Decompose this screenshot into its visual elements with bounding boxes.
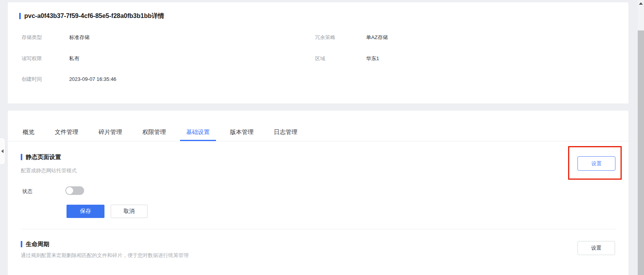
field-region: 区域 华东1 — [315, 55, 379, 61]
lifecycle-section-description: 通过规则配置来定期删除相匹配的文件和碎片，便于您对数据进行统筹管理 — [21, 252, 189, 258]
toggle-knob — [66, 187, 73, 194]
field-label: 创建时间 — [22, 76, 68, 82]
tab-permission-management[interactable]: 权限管理 — [136, 129, 172, 141]
field-label: 读写权限 — [22, 55, 68, 61]
tab-file-management[interactable]: 文件管理 — [49, 129, 85, 141]
field-value: 标准存储 — [69, 34, 90, 40]
triangle-up-icon — [639, 2, 643, 5]
section-divider — [21, 229, 615, 229]
tab-version-management[interactable]: 版本管理 — [224, 129, 260, 141]
field-storage-type: 存储类型 标准存储 — [22, 34, 90, 40]
field-value: 单AZ存储 — [366, 34, 388, 40]
static-page-section-header: 静态页面设置 — [21, 154, 61, 160]
tab-overview[interactable]: 概览 — [16, 129, 41, 141]
vertical-scrollbar[interactable] — [638, 0, 644, 275]
chevron-left-icon — [1, 149, 4, 153]
section-accent-bar — [21, 154, 22, 160]
lifecycle-section-title: 生命周期 — [26, 241, 49, 247]
section-accent-bar — [21, 241, 22, 247]
field-label: 存储类型 — [22, 34, 68, 40]
sidebar-collapse-handle[interactable] — [0, 138, 5, 165]
tab-bar: 概览 文件管理 碎片管理 权限管理 基础设置 版本管理 日志管理 — [8, 111, 628, 141]
field-label: 冗余策略 — [315, 34, 365, 40]
field-label: 区域 — [315, 55, 365, 61]
status-label: 状态 — [22, 188, 32, 195]
field-creation-time: 创建时间 2023-09-07 16:35:46 — [22, 76, 116, 82]
lifecycle-settings-button[interactable]: 设置 — [577, 241, 615, 255]
field-rw-permission: 读写权限 私有 — [22, 55, 79, 61]
detail-card-title-row: pvc-a0f43b37-7f59-4cf6-85e5-f28a0fb3b1bb… — [19, 12, 164, 20]
save-button[interactable]: 保存 — [67, 205, 104, 218]
status-toggle[interactable] — [65, 186, 84, 195]
field-value: 华东1 — [366, 55, 379, 61]
field-value: 私有 — [69, 55, 79, 61]
settings-card: 概览 文件管理 碎片管理 权限管理 基础设置 版本管理 日志管理 静态页面设置 … — [8, 111, 628, 275]
static-page-settings-button[interactable]: 设置 — [577, 156, 615, 171]
page-title: pvc-a0f43b37-7f59-4cf6-85e5-f28a0fb3b1bb… — [24, 12, 164, 20]
static-page-section-description: 配置成静态网站托管模式 — [21, 168, 77, 173]
scrollbar-thumb[interactable] — [638, 30, 644, 275]
field-value: 2023-09-07 16:35:46 — [69, 76, 117, 82]
tab-basic-settings[interactable]: 基础设置 — [180, 129, 216, 141]
bucket-detail-card: pvc-a0f43b37-7f59-4cf6-85e5-f28a0fb3b1bb… — [8, 2, 628, 104]
cancel-button[interactable]: 取消 — [111, 205, 148, 218]
title-accent-bar — [19, 13, 21, 19]
lifecycle-section-header: 生命周期 — [21, 241, 49, 247]
static-page-section-title: 静态页面设置 — [26, 154, 61, 160]
tab-fragment-management[interactable]: 碎片管理 — [92, 129, 128, 141]
scroll-up-arrow-icon[interactable] — [638, 0, 644, 7]
field-redundancy-policy: 冗余策略 单AZ存储 — [315, 34, 388, 40]
tab-log-management[interactable]: 日志管理 — [268, 129, 304, 141]
